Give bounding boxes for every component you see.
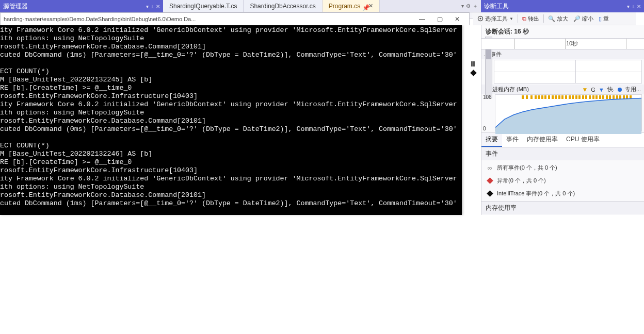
close-icon[interactable]: ✕: [637, 4, 641, 9]
diagnostics-toolbar: 选择工具 ▼ ⧉ 转出 🔍 放大 🔎 缩小 ▯ 重: [473, 12, 636, 25]
session-row: 诊断会话: 16 秒: [481, 25, 644, 38]
console-titlebar[interactable]: harding-master\examples\Demo.DateShardin…: [0, 12, 470, 25]
detail-tabs: 摘要 事件 内存使用率 CPU 使用率: [481, 132, 644, 147]
pin-icon[interactable]: ⟂: [151, 4, 154, 9]
tick: [626, 39, 626, 49]
dropdown-icon[interactable]: ▾: [627, 4, 630, 9]
zoom-out-icon: 🔎: [573, 15, 581, 22]
tab-memory-usage[interactable]: 内存使用率: [523, 133, 562, 147]
chevron-down-icon[interactable]: ▼: [509, 16, 513, 21]
pin-icon[interactable]: ⟂: [632, 4, 635, 9]
add-icon[interactable]: ＋: [473, 3, 478, 10]
diagnostics-panel: 诊断会话: 16 秒 10秒 ▲ 事件 ▲ 进程内存 (MB): [481, 25, 644, 215]
section-title: 进程内存 (MB): [492, 86, 529, 93]
y-axis-bot: 0: [483, 126, 486, 131]
tab-label: Program.cs: [329, 3, 360, 10]
event-text: 异常(0 个，共 0 个): [497, 177, 546, 185]
tab-summary[interactable]: 摘要: [481, 133, 502, 147]
solution-explorer-title: 源管理器: [3, 2, 28, 11]
console-output[interactable]: ity Framework Core 6.0.2 initialized 'Ge…: [0, 25, 462, 208]
close-icon[interactable]: ✕: [368, 3, 373, 9]
button-label: 选择工具: [485, 15, 508, 23]
gc-marker-icon: ▼: [582, 86, 588, 93]
zoom-in-button[interactable]: 🔍 放大: [546, 14, 570, 24]
legend-dot-icon: [618, 88, 622, 92]
solution-explorer-header[interactable]: 源管理器 ▾ ⟂ ✕: [0, 0, 163, 12]
editor-area: Demo.DateSharding ▾ Demo.DateSharding.Pr…: [0, 25, 481, 215]
maximize-button[interactable]: ▢: [431, 15, 448, 23]
reset-zoom-button[interactable]: ▯ 重: [597, 14, 611, 24]
session-label: 诊断会话:: [486, 28, 512, 35]
tab-sharding-db-accessor[interactable]: ShardingDbAccessor.cs: [244, 0, 322, 12]
event-text: IntelliTrace 事件(0 个，共 0 个): [497, 190, 575, 197]
lane-split: [494, 72, 641, 72]
zoom-in-icon: 🔍: [548, 15, 555, 22]
svg-point-1: [479, 18, 481, 19]
close-icon[interactable]: ✕: [156, 4, 160, 9]
events-subheader: 事件: [481, 147, 644, 160]
legend-snapshot: 快.: [607, 86, 615, 93]
console-window[interactable]: harding-master\examples\Demo.DateShardin…: [0, 25, 462, 215]
separator: [543, 14, 544, 23]
snapshot-marker-icon: ▼: [599, 87, 604, 93]
tick: [514, 39, 515, 49]
chart-icon: ▯: [599, 15, 602, 22]
events-section-header[interactable]: ▲ 事件: [481, 49, 644, 59]
timeline-ruler[interactable]: 10秒: [481, 38, 644, 49]
select-tools-button[interactable]: 选择工具 ▼: [475, 14, 516, 24]
diamond-icon: [470, 70, 477, 76]
button-label: 放大: [557, 15, 568, 23]
event-row-all[interactable]: ∞ 所有事件(0 个，共 0 个): [481, 161, 644, 174]
tab-sharding-iqueryable[interactable]: ShardingIQueryable.T.cs: [163, 0, 244, 12]
events-lane[interactable]: [494, 60, 642, 84]
button-label: 转出: [528, 15, 539, 23]
popout-icon: ⧉: [522, 15, 526, 22]
memory-usage-subheader: 内存使用率: [481, 201, 644, 214]
dropdown-icon[interactable]: ▾: [461, 3, 464, 9]
diagnostics-title: 诊断工具: [484, 2, 509, 11]
link-icon: ∞: [487, 164, 493, 172]
editor-tab-bar: ShardingIQueryable.T.cs ShardingDbAccess…: [163, 0, 481, 12]
tab-label: ShardingIQueryable.T.cs: [169, 3, 237, 10]
pin-icon[interactable]: 📌: [362, 4, 366, 8]
minimize-button[interactable]: —: [413, 15, 431, 23]
button-label: 重: [603, 15, 609, 23]
pause-icon: [471, 61, 476, 66]
gear-icon: [477, 15, 484, 22]
separator: [518, 14, 518, 23]
button-label: 缩小: [582, 15, 593, 23]
timeline-tick-label: 10秒: [566, 40, 578, 47]
legend-gc: G: [591, 87, 595, 93]
tab-cpu-usage[interactable]: CPU 使用率: [562, 133, 604, 147]
zoom-out-button[interactable]: 🔎 缩小: [571, 14, 595, 24]
event-row-exceptions[interactable]: 异常(0 个，共 0 个): [481, 174, 644, 187]
console-title-path: harding-master\examples\Demo.DateShardin…: [4, 16, 413, 22]
lane-vline: [575, 60, 576, 83]
memory-section-header[interactable]: ▲ 进程内存 (MB) ▼ G ▼ 快. 专用...: [481, 85, 644, 94]
dropdown-icon[interactable]: ▾: [146, 4, 149, 9]
tab-events[interactable]: 事件: [502, 133, 523, 147]
exception-icon: [487, 178, 493, 183]
intellitrace-icon: [487, 191, 493, 196]
tab-label: ShardingDbAccessor.cs: [250, 3, 315, 10]
events-list: ∞ 所有事件(0 个，共 0 个) 异常(0 个，共 0 个) IntelliT…: [481, 160, 644, 201]
event-row-intellitrace[interactable]: IntelliTrace 事件(0 个，共 0 个): [481, 187, 644, 200]
blank-area: [0, 215, 644, 334]
tab-program[interactable]: Program.cs 📌 ✕: [323, 0, 380, 12]
session-value: 16 秒: [514, 28, 529, 35]
y-axis-top: 106: [483, 94, 492, 100]
gear-icon[interactable]: ⚙: [466, 3, 471, 9]
legend-private: 专用...: [625, 86, 641, 93]
diagnostics-header[interactable]: 诊断工具 ▾ ⟂ ✕: [481, 0, 644, 12]
tick: [565, 39, 566, 49]
pop-out-button[interactable]: ⧉ 转出: [520, 14, 541, 24]
close-button[interactable]: ✕: [448, 15, 466, 23]
memory-chart[interactable]: 106 0 106 0: [495, 94, 642, 131]
event-text: 所有事件(0 个，共 0 个): [497, 164, 557, 172]
